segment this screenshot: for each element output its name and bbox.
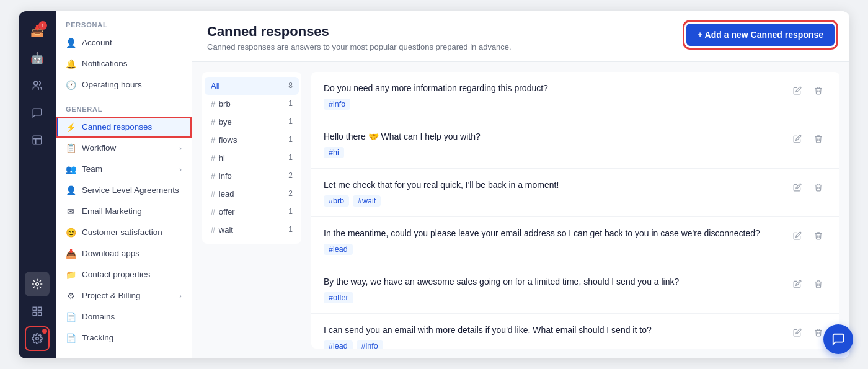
tag-lead-label: # lead	[211, 189, 234, 198]
response-content-2: Hello there 🤝 What can I help you with? …	[324, 130, 781, 158]
tag-offer[interactable]: # offer 1	[202, 203, 301, 221]
workflow-menu-item[interactable]: 📋 Workflow ›	[56, 138, 192, 159]
contact-properties-menu-item[interactable]: 📁 Contact properties	[56, 264, 192, 285]
email-marketing-menu-item[interactable]: ✉ Email Marketing	[56, 201, 192, 222]
response-tag-wait: #wait	[353, 195, 381, 207]
svg-rect-6	[38, 312, 42, 315]
tag-flows[interactable]: # flows 1	[202, 131, 301, 149]
edit-response-3-button[interactable]	[789, 179, 806, 196]
contact-properties-icon: 📁	[66, 270, 76, 280]
app-container: 📥 1 🤖	[19, 11, 849, 358]
canned-responses-menu-item[interactable]: ⚡ Canned responses	[56, 117, 192, 138]
response-tag-offer: #offer	[324, 292, 353, 303]
project-billing-icon: ⚙	[66, 291, 76, 301]
response-tag-info2: #info	[356, 340, 383, 349]
response-item-2: Hello there 🤝 What can I help you with? …	[311, 120, 839, 169]
tracking-menu-item[interactable]: 📄 Tracking	[56, 327, 192, 349]
tag-wait-count: 1	[288, 225, 293, 234]
workflow-chevron: ›	[179, 144, 182, 152]
edit-response-6-button[interactable]	[789, 324, 806, 341]
delete-response-4-button[interactable]	[810, 227, 827, 244]
bot-icon[interactable]: 🤖	[25, 46, 50, 71]
download-apps-menu-item[interactable]: 📥 Download apps	[56, 243, 192, 264]
page-title: Canned responses	[207, 24, 512, 40]
response-actions-2	[789, 130, 827, 148]
tag-all[interactable]: All 8	[205, 77, 299, 95]
response-actions-1	[789, 82, 827, 99]
canned-responses-icon: ⚡	[66, 122, 76, 132]
response-tags-6: #lead #info	[324, 340, 781, 349]
tag-wait[interactable]: # wait 1	[202, 221, 301, 239]
svg-point-2	[36, 282, 39, 285]
general-section-label: GENERAL	[56, 96, 192, 117]
edit-response-5-button[interactable]	[789, 275, 806, 293]
chat-widget-button[interactable]	[823, 324, 849, 354]
response-content-3: Let me check that for you real quick, I'…	[324, 179, 781, 207]
inbox-icon[interactable]: 📥 1	[25, 19, 50, 43]
edit-response-1-button[interactable]	[789, 82, 806, 99]
customer-satisfaction-icon: 😊	[66, 228, 76, 238]
tag-brb[interactable]: # brb 1	[202, 95, 301, 113]
response-item-5: By the way, we have an awesome sales goi…	[311, 265, 839, 314]
response-text-2: Hello there 🤝 What can I help you with?	[324, 130, 781, 143]
operating-hours-menu-item[interactable]: 🕐 Operating hours	[56, 74, 192, 96]
reports-icon[interactable]	[25, 128, 50, 153]
add-canned-response-button[interactable]: + Add a new Canned response	[686, 24, 835, 46]
tag-wait-label: # wait	[211, 225, 233, 234]
tag-flows-count: 1	[288, 135, 293, 144]
main-content: Canned responses Canned responses are an…	[192, 11, 849, 358]
grid-icon[interactable]	[25, 299, 50, 324]
project-billing-chevron: ›	[179, 292, 182, 300]
team-chevron: ›	[179, 166, 182, 173]
settings-badge	[42, 329, 47, 334]
tag-brb-label: # brb	[211, 99, 231, 109]
response-tag-lead2: #lead	[324, 340, 353, 349]
response-tags-1: #info	[324, 99, 781, 110]
response-tag-lead: #lead	[324, 244, 353, 255]
response-actions-5	[789, 275, 827, 293]
svg-rect-3	[33, 307, 36, 310]
tag-all-label: All	[211, 81, 219, 91]
tag-hi[interactable]: # hi 1	[202, 149, 301, 167]
sla-menu-item[interactable]: 👤 Service Level Agreements	[56, 180, 192, 201]
tag-hi-count: 1	[288, 153, 293, 162]
tag-hi-label: # hi	[211, 153, 225, 162]
team-menu-item[interactable]: 👥 Team ›	[56, 159, 192, 180]
conversations-icon[interactable]	[25, 100, 50, 125]
notifications-menu-item[interactable]: 🔔 Notifications	[56, 53, 192, 74]
operating-hours-icon: 🕐	[66, 80, 76, 90]
project-billing-menu-item[interactable]: ⚙ Project & Billing ›	[56, 285, 192, 306]
edit-response-2-button[interactable]	[789, 130, 806, 148]
responses-panel: Do you need any more information regardi…	[311, 72, 839, 349]
response-tag-hi: #hi	[324, 147, 344, 158]
contacts-icon[interactable]	[25, 73, 50, 98]
response-text-1: Do you need any more information regardi…	[324, 82, 781, 95]
tag-bye[interactable]: # bye 1	[202, 113, 301, 131]
response-actions-4	[789, 227, 827, 244]
settings-icon[interactable]	[25, 326, 50, 351]
icon-sidebar: 📥 1 🤖	[19, 11, 56, 358]
domains-menu-item[interactable]: 📄 Domains	[56, 306, 192, 327]
email-marketing-icon: ✉	[66, 207, 76, 216]
customer-satisfaction-menu-item[interactable]: 😊 Customer satisfaction	[56, 222, 192, 243]
main-header: Canned responses Canned responses are an…	[192, 11, 849, 62]
svg-point-0	[34, 81, 38, 85]
svg-rect-5	[33, 312, 36, 315]
tag-lead[interactable]: # lead 2	[202, 185, 301, 203]
integrations-icon[interactable]	[25, 272, 50, 296]
response-actions-3	[789, 179, 827, 196]
delete-response-5-button[interactable]	[810, 275, 827, 293]
delete-response-3-button[interactable]	[810, 179, 827, 196]
delete-response-1-button[interactable]	[810, 82, 827, 99]
response-actions-6	[789, 324, 827, 341]
account-menu-item[interactable]: 👤 Account	[56, 32, 192, 53]
tag-brb-count: 1	[288, 99, 293, 108]
workflow-icon: 📋	[66, 143, 76, 153]
tags-panel: All 8 # brb 1 # bye 1 # flows 1 # hi 1	[202, 72, 301, 244]
tag-flows-label: # flows	[211, 135, 237, 144]
tag-info[interactable]: # info 2	[202, 167, 301, 185]
response-tag-brb: #brb	[324, 195, 349, 207]
edit-response-4-button[interactable]	[789, 227, 806, 244]
response-text-6: I can send you an email with more detail…	[324, 324, 781, 337]
delete-response-2-button[interactable]	[810, 130, 827, 148]
